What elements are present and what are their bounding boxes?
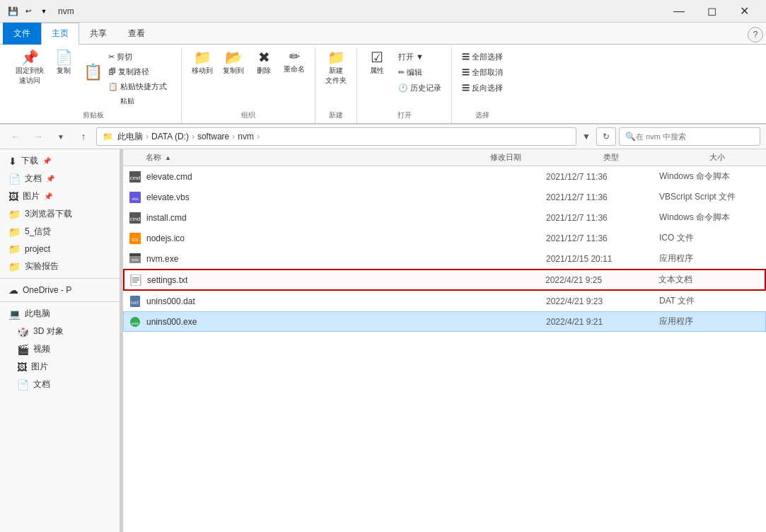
file-row-install-cmd[interactable]: cmd install.cmd 2021/12/7 11:36 Windows … [123,207,766,228]
sidebar-item-credit[interactable]: 📁 5_信贷 [0,223,120,241]
new-items: 📁 新建文件夹 [321,47,351,108]
sidebar-item-onedrive[interactable]: ☁ OneDrive - P [0,282,120,299]
tab-view[interactable]: 查看 [117,23,156,45]
address-dropdown-button[interactable]: ▼ [579,127,593,146]
tab-home[interactable]: 主页 [41,23,79,45]
file-list-header: 名称 ▲ 修改日期 类型 大小 [123,149,766,166]
col-type[interactable]: 类型 [603,152,709,163]
tab-file[interactable]: 文件 [3,23,41,45]
back-button[interactable]: ← [6,128,25,145]
qat-save[interactable]: 💾 [6,4,20,18]
window-controls: — ◻ ✕ [663,0,760,23]
delete-button[interactable]: ✖ 删除 [250,47,278,79]
sidebar-item-browser-dl[interactable]: 📁 3浏览器下载 [0,205,120,223]
pin-icon-docs: 📌 [46,175,54,183]
file-row-unins000-exe[interactable]: exe unins000.exe 2022/4/21 9:21 应用程序 [123,311,766,332]
pin-icon: 📌 [21,50,39,64]
file-row-unins000-dat[interactable]: DAT unins000.dat 2022/4/21 9:23 DAT 文件 [123,291,766,311]
forward-button[interactable]: → [28,128,48,145]
pictures-icon: 🖼 [8,191,18,202]
copy-to-button[interactable]: 📂 复制到 [219,47,248,79]
history-button[interactable]: 🕐 历史记录 [394,81,446,95]
new-folder-button[interactable]: 📁 新建文件夹 [321,47,351,88]
path-part-d[interactable]: DATA (D:) [151,132,189,141]
pin-icon-pics: 📌 [44,192,52,200]
path-part-pc[interactable]: 此电脑 [117,131,143,143]
title-bar: 💾 ↩ ▼ nvm — ◻ ✕ [0,0,766,23]
group-organize: 📁 移动到 📂 复制到 ✖ 删除 ✏ 重命名 组织 [182,47,315,123]
group-clipboard: 📌 固定到快速访问 📄 复制 📋 ✂ 剪切 🗐 复制路径 📋 粘贴 [6,47,182,123]
file-row-elevate-cmd[interactable]: cmd elevate.cmd 2021/12/7 11:36 Windows … [123,166,766,187]
path-part-software[interactable]: software [197,132,229,141]
address-path[interactable]: 📁 此电脑 › DATA (D:) › software › nvm › [96,127,576,146]
quick-access-toolbar: 💾 ↩ ▼ [6,4,51,18]
file-row-nvm-exe[interactable]: exe nvm.exe 2021/12/15 20:11 应用程序 [123,248,766,269]
file-icon-exe2: exe [124,316,146,328]
properties-icon: ☑ [371,50,383,64]
file-icon-vbs: vbs [124,192,146,203]
svg-rect-13 [132,279,139,281]
svg-text:DAT: DAT [131,301,139,305]
move-to-button[interactable]: 📁 移动到 [187,47,217,79]
sidebar-item-video[interactable]: 🎬 视频 [0,340,120,358]
refresh-button[interactable]: ↻ [596,127,616,146]
minimize-button[interactable]: — [663,0,695,23]
open-button[interactable]: 打开 ▼ [394,50,446,64]
pin-quick-access-button[interactable]: 📌 固定到快速访问 [11,47,48,88]
paste-shortcut-button[interactable]: 📋 粘贴快捷方式 [104,80,171,93]
cut-button[interactable]: ✂ 剪切 [104,50,171,64]
path-part-nvm[interactable]: nvm [238,132,254,141]
svg-text:ico: ico [132,237,139,242]
sidebar-item-pictures[interactable]: 🖼 图片 📌 [0,187,120,205]
paste-label: 粘贴 [79,96,175,108]
help-button[interactable]: ? [748,27,763,42]
window-title: nvm [58,6,74,16]
sidebar-item-project[interactable]: 📁 project [0,241,120,258]
sidebar-item-3d[interactable]: 🎲 3D 对象 [0,323,120,340]
sidebar-item-downloads[interactable]: ⬇ 下载 📌 [0,152,120,170]
maximize-button[interactable]: ◻ [695,0,728,23]
search-box[interactable]: 🔍 [619,127,760,146]
up-button[interactable]: ↑ [74,128,93,145]
file-icon-ico: ico [124,233,146,244]
col-date[interactable]: 修改日期 [490,152,603,163]
group-open: ☑ 属性 打开 ▼ ✏ 编辑 🕐 历史记录 打开 [357,47,452,123]
paste-button[interactable]: 📋 ✂ 剪切 🗐 复制路径 📋 粘贴快捷方式 [79,47,175,96]
folder-icon-project: 📁 [8,243,21,255]
sidebar: ⬇ 下载 📌 📄 文档 📌 🖼 图片 📌 📁 3浏览器下载 📁 5_信贷 📁 p… [0,149,120,532]
search-input[interactable] [636,132,754,141]
file-row-settings-txt[interactable]: settings.txt 2022/4/21 9:25 文本文档 [123,269,766,291]
select-all-button[interactable]: ☰ 全部选择 [458,50,507,64]
sidebar-item-thispc[interactable]: 💻 此电脑 [0,305,120,323]
file-row-nodejs-ico[interactable]: ico nodejs.ico 2021/12/7 11:36 ICO 文件 [123,228,766,248]
sidebar-item-docs2[interactable]: 📄 文档 [0,376,120,393]
file-icon-txt [124,274,147,286]
folder-icon-browser: 📁 [8,209,21,220]
col-size[interactable]: 大小 [709,152,766,163]
clipboard-items: 📌 固定到快速访问 📄 复制 📋 ✂ 剪切 🗐 复制路径 📋 粘贴 [11,47,175,108]
qat-dropdown[interactable]: ▼ [37,4,51,18]
tab-share[interactable]: 共享 [79,23,117,45]
select-none-button[interactable]: ☰ 全部取消 [458,66,507,79]
edit-button[interactable]: ✏ 编辑 [394,66,446,79]
copy-button[interactable]: 📄 复制 [50,47,78,79]
sidebar-item-documents[interactable]: 📄 文档 📌 [0,170,120,187]
ribbon: 文件 主页 共享 查看 ? 📌 固定到快速访问 📄 复制 [0,23,766,125]
sidebar-item-pics2[interactable]: 🖼 图片 [0,358,120,376]
invert-selection-button[interactable]: ☰ 反向选择 [458,81,507,95]
sidebar-item-report[interactable]: 📁 实验报告 [0,258,120,275]
dropdown-nav-button[interactable]: ▼ [51,128,71,145]
file-row-elevate-vbs[interactable]: vbs elevate.vbs 2021/12/7 11:36 VBScript… [123,187,766,207]
search-icon: 🔍 [625,132,636,141]
properties-button[interactable]: ☑ 属性 [363,47,391,79]
qat-back[interactable]: ↩ [21,4,35,18]
col-name[interactable]: 名称 ▲ [123,152,490,163]
copy-path-button[interactable]: 🗐 复制路径 [104,65,171,79]
close-button[interactable]: ✕ [728,0,760,23]
video-icon: 🎬 [17,344,29,355]
rename-button[interactable]: ✏ 重命名 [279,47,309,77]
svg-text:cmd: cmd [129,175,140,181]
file-icon-exe1: exe [124,253,146,265]
copy-to-icon: 📂 [225,50,243,64]
address-bar: ← → ▼ ↑ 📁 此电脑 › DATA (D:) › software › n… [0,125,766,149]
